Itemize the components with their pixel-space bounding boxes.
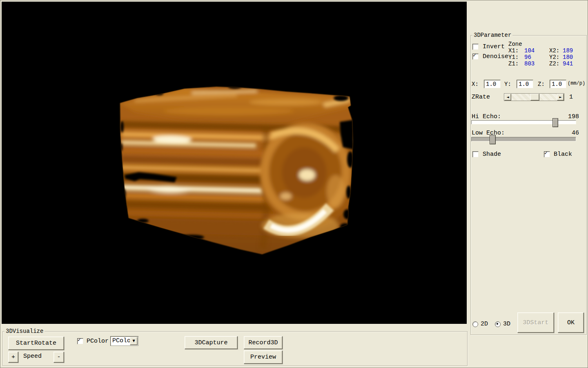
denoise-label: Denoise bbox=[483, 53, 508, 60]
capture-3d-button[interactable]: 3DCapture bbox=[185, 336, 238, 349]
ok-button[interactable]: OK bbox=[558, 312, 584, 333]
preview-button[interactable]: Preview bbox=[244, 350, 283, 364]
check-icon: ✓ bbox=[473, 53, 476, 58]
parameter-panel-title: 3DParameter bbox=[472, 32, 512, 38]
start3d-button[interactable]: 3DStart bbox=[517, 312, 554, 333]
hi-echo-slider-thumb[interactable] bbox=[552, 118, 558, 127]
scale-unit-label: (mm/p) bbox=[568, 81, 585, 86]
shade-checkbox[interactable] bbox=[472, 151, 479, 157]
x-scale-input[interactable] bbox=[484, 80, 501, 88]
mode-2d-radio[interactable] bbox=[472, 321, 478, 327]
zone-y1-label: Y1: bbox=[508, 54, 519, 61]
record-3d-button[interactable]: Record3D bbox=[244, 336, 283, 349]
zrate-value: 1 bbox=[569, 94, 573, 101]
speed-label: Speed bbox=[23, 353, 42, 360]
hi-echo-label: Hi Echo: bbox=[472, 113, 501, 120]
zrate-scrollbar-thumb[interactable] bbox=[530, 94, 539, 101]
low-echo-slider-track[interactable] bbox=[471, 137, 576, 141]
zone-z2-label: Z2: bbox=[549, 61, 559, 67]
zone-x2-label: X2: bbox=[549, 48, 559, 54]
invert-label: Invert bbox=[483, 43, 505, 50]
shade-label: Shade bbox=[483, 151, 501, 158]
zone-z1-value: 803 bbox=[524, 61, 535, 67]
hi-echo-slider-track[interactable] bbox=[471, 120, 576, 124]
check-icon: ✓ bbox=[544, 150, 548, 156]
black-label: Black bbox=[554, 151, 572, 158]
zone-x1-label: X1: bbox=[508, 48, 519, 54]
radio-dot-icon bbox=[497, 323, 498, 325]
y-scale-label: Y: bbox=[504, 81, 511, 88]
render-viewport[interactable] bbox=[2, 2, 467, 324]
zone-y1-value: 96 bbox=[524, 54, 531, 61]
mode-2d-label: 2D bbox=[481, 321, 488, 328]
z-scale-label: Z: bbox=[538, 81, 545, 88]
invert-checkbox[interactable] bbox=[472, 44, 479, 50]
zone-y2-label: Y2: bbox=[549, 54, 559, 61]
pcolor-label: PColor bbox=[87, 338, 109, 345]
z-scale-input[interactable] bbox=[550, 80, 566, 88]
y-scale-input[interactable] bbox=[517, 80, 533, 88]
check-icon: ✓ bbox=[78, 337, 81, 343]
mode-3d-label: 3D bbox=[503, 321, 510, 328]
visualize-panel-title: 3DVisualize bbox=[4, 328, 45, 334]
start-rotate-button[interactable]: StartRotate bbox=[8, 337, 64, 350]
zone-y2-value: 180 bbox=[563, 54, 573, 61]
low-echo-label: Low Echo: bbox=[472, 130, 505, 137]
zone-z1-label: Z1: bbox=[508, 61, 519, 67]
low-echo-slider-thumb[interactable] bbox=[490, 135, 496, 144]
chevron-down-icon[interactable]: ▼ bbox=[130, 337, 138, 345]
volume-render-image bbox=[2, 2, 467, 324]
mode-3d-radio[interactable] bbox=[495, 321, 501, 327]
pcolor-checkbox[interactable]: ✓ bbox=[77, 338, 83, 344]
zone-z2-value: 941 bbox=[563, 61, 573, 67]
app-window: 3DParameter Invert ✓ Denoise Zone X1: 10… bbox=[0, 0, 588, 368]
zone-x1-value: 104 bbox=[524, 48, 535, 54]
hi-echo-value: 198 bbox=[564, 113, 579, 120]
zrate-scrollbar[interactable]: ◄ ► bbox=[504, 93, 564, 101]
speed-plus-button[interactable]: + bbox=[8, 352, 18, 363]
pcolor-dropdown[interactable]: PColor ▼ bbox=[110, 336, 138, 346]
scroll-right-arrow-icon[interactable]: ► bbox=[557, 94, 564, 101]
zrate-label: ZRate bbox=[472, 94, 490, 101]
speed-minus-button[interactable]: - bbox=[53, 352, 64, 363]
zone-title: Zone bbox=[508, 41, 522, 47]
scroll-left-arrow-icon[interactable]: ◄ bbox=[504, 94, 511, 101]
zone-x2-value: 189 bbox=[563, 48, 573, 54]
x-scale-label: X: bbox=[472, 81, 479, 88]
denoise-checkbox[interactable]: ✓ bbox=[472, 54, 479, 60]
black-checkbox[interactable]: ✓ bbox=[544, 151, 550, 157]
low-echo-value: 46 bbox=[564, 130, 579, 137]
